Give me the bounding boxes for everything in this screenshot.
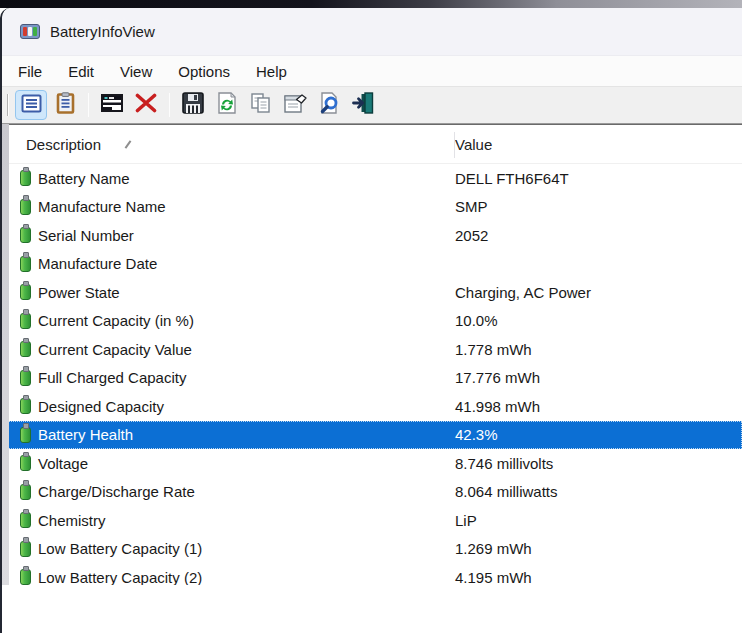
app-icon-red-bar — [23, 27, 27, 36]
red-x-icon — [135, 93, 157, 117]
table-row[interactable]: Full Charged Capacity 17.776 mWh — [2, 364, 742, 393]
value-cell: SMP — [455, 198, 742, 215]
battery-info-list: Description Value Battery Name DELL FTH6… — [2, 124, 742, 585]
value-cell: 8.746 millivolts — [455, 455, 742, 472]
battery-table-rows: Battery Name DELL FTH6F64T Manufacture N… — [2, 164, 742, 585]
table-row[interactable]: Designed Capacity 41.998 mWh — [2, 392, 742, 421]
description-text: Serial Number — [38, 227, 134, 244]
app-icon-green-bar — [33, 27, 37, 36]
battery-icon — [20, 256, 31, 272]
table-row[interactable]: Serial Number 2052 — [2, 221, 742, 250]
description-cell: Battery Health — [2, 426, 455, 443]
batteryinfoview-window: BatteryInfoView File Edit View Options H… — [0, 8, 742, 633]
battery-log-view-button[interactable] — [49, 90, 81, 120]
find-button[interactable] — [313, 90, 345, 120]
description-cell: Low Battery Capacity (2) — [2, 569, 455, 585]
sort-ascending-icon — [125, 140, 132, 149]
description-cell: Low Battery Capacity (1) — [2, 540, 455, 557]
description-cell: Current Capacity Value — [2, 341, 455, 358]
value-text: DELL FTH6F64T — [455, 170, 569, 187]
column-header-description[interactable]: Description — [2, 136, 455, 153]
toolbar-separator — [88, 93, 89, 117]
value-cell: DELL FTH6F64T — [455, 170, 742, 187]
delete-button[interactable] — [130, 90, 162, 120]
value-text: 1.269 mWh — [455, 540, 532, 557]
table-row[interactable]: Current Capacity (in %) 10.0% — [2, 307, 742, 336]
description-cell: Power State — [2, 284, 455, 301]
table-row[interactable]: Low Battery Capacity (1) 1.269 mWh — [2, 535, 742, 564]
battery-icon — [20, 455, 31, 471]
description-text: Full Charged Capacity — [38, 369, 186, 386]
menu-help[interactable]: Help — [246, 60, 297, 83]
value-cell: 2052 — [455, 227, 742, 244]
table-row[interactable]: Battery Name DELL FTH6F64T — [2, 164, 742, 193]
value-text: LiP — [455, 512, 477, 529]
table-row[interactable]: Manufacture Date — [2, 250, 742, 279]
app-icon-white-bar — [28, 27, 32, 36]
description-cell: Battery Name — [2, 170, 455, 187]
menu-options[interactable]: Options — [168, 60, 240, 83]
table-row[interactable]: Chemistry LiP — [2, 506, 742, 535]
description-cell: Charge/Discharge Rate — [2, 483, 455, 500]
table-row[interactable]: Power State Charging, AC Power — [2, 278, 742, 307]
table-row[interactable]: Voltage 8.746 millivolts — [2, 449, 742, 478]
column-header-value[interactable]: Value — [455, 136, 742, 153]
description-text: Current Capacity Value — [38, 341, 192, 358]
window-title: BatteryInfoView — [50, 23, 155, 40]
menu-edit[interactable]: Edit — [58, 60, 104, 83]
value-column-label: Value — [455, 136, 492, 153]
battery-information-view-button[interactable] — [15, 90, 47, 120]
description-text: Manufacture Date — [38, 255, 157, 272]
value-text: 8.064 milliwatts — [455, 483, 558, 500]
save-button[interactable] — [177, 90, 209, 120]
table-row[interactable]: Battery Health 42.3% — [2, 421, 742, 450]
menu-view[interactable]: View — [110, 60, 162, 83]
description-text: Current Capacity (in %) — [38, 312, 194, 329]
desktop-background-strip — [0, 0, 742, 8]
menu-bar: File Edit View Options Help — [2, 56, 742, 86]
description-text: Charge/Discharge Rate — [38, 483, 195, 500]
value-text: 2052 — [455, 227, 488, 244]
description-cell: Manufacture Name — [2, 198, 455, 215]
description-cell: Current Capacity (in %) — [2, 312, 455, 329]
table-row[interactable]: Current Capacity Value 1.778 mWh — [2, 335, 742, 364]
exit-button[interactable] — [347, 90, 379, 120]
title-bar[interactable]: BatteryInfoView — [2, 8, 742, 56]
copy-icon — [250, 92, 272, 118]
value-text: 42.3% — [455, 426, 498, 443]
menu-file[interactable]: File — [8, 60, 52, 83]
toolbar-grip[interactable] — [7, 94, 9, 116]
table-row[interactable]: Manufacture Name SMP — [2, 193, 742, 222]
value-text: 17.776 mWh — [455, 369, 540, 386]
value-cell: 10.0% — [455, 312, 742, 329]
description-column-label: Description — [26, 136, 101, 153]
copy-button[interactable] — [245, 90, 277, 120]
description-cell: Serial Number — [2, 227, 455, 244]
description-text: Voltage — [38, 455, 88, 472]
value-text: 1.778 mWh — [455, 341, 532, 358]
value-text: SMP — [455, 198, 488, 215]
description-cell: Voltage — [2, 455, 455, 472]
table-row[interactable]: Charge/Discharge Rate 8.064 milliwatts — [2, 478, 742, 507]
battery-icon — [20, 227, 31, 243]
column-divider[interactable] — [454, 132, 455, 158]
value-cell: 8.064 milliwatts — [455, 483, 742, 500]
exit-door-icon — [352, 92, 374, 118]
description-text: Manufacture Name — [38, 198, 166, 215]
value-cell: 1.778 mWh — [455, 341, 742, 358]
battery-icon — [20, 370, 31, 386]
properties-button[interactable] — [279, 90, 311, 120]
properties-hand-icon — [284, 92, 307, 118]
list-header: Description Value — [2, 124, 742, 164]
properties-window-button[interactable] — [96, 90, 128, 120]
value-cell: 4.195 mWh — [455, 569, 742, 585]
description-text: Designed Capacity — [38, 398, 164, 415]
table-row[interactable]: Low Battery Capacity (2) 4.195 mWh — [2, 563, 742, 585]
battery-icon — [20, 284, 31, 300]
value-text: 41.998 mWh — [455, 398, 540, 415]
refresh-button[interactable] — [211, 90, 243, 120]
battery-icon — [20, 313, 31, 329]
battery-icon — [20, 170, 31, 186]
battery-icon — [20, 569, 31, 585]
battery-icon — [20, 512, 31, 528]
